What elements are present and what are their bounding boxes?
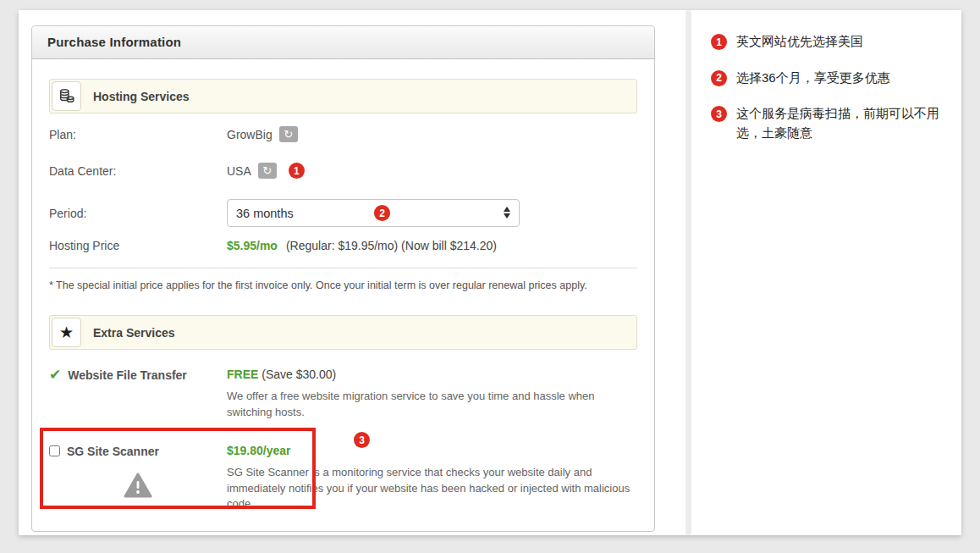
period-select[interactable]: 36 months 2 bbox=[227, 199, 520, 227]
note-marker-2: 2 bbox=[711, 70, 727, 86]
website-file-transfer-row: ✔ Website File Transfer FREE (Save $30.0… bbox=[49, 368, 637, 421]
extra-services-section-header: ★ Extra Services bbox=[49, 315, 637, 350]
section-title-hosting-services: Hosting Services bbox=[93, 90, 190, 103]
sg-site-scanner-row: SG Site Scanner $19.80/year SG Sit bbox=[49, 444, 637, 513]
annotation-marker-2: 2 bbox=[374, 205, 390, 221]
sg-site-scanner-price: $19.80/year bbox=[227, 444, 291, 457]
data-center-value: USA bbox=[227, 164, 251, 178]
note-text-2: 选择36个月，享受更多优惠 bbox=[736, 69, 890, 88]
star-icon: ★ bbox=[52, 318, 81, 347]
scrollbar-track bbox=[685, 10, 691, 535]
plan-value: GrowBig bbox=[227, 128, 273, 141]
content-page: Purchase Information bbox=[19, 10, 961, 535]
coins-icon bbox=[52, 81, 81, 111]
plan-label: Plan: bbox=[49, 128, 227, 141]
divider bbox=[49, 268, 637, 268]
refresh-icon: ↻ bbox=[262, 164, 272, 177]
note-text-3: 这个服务是病毒扫描，前期可以不用选，土豪随意 bbox=[736, 104, 943, 142]
plan-row: Plan: GrowBig ↻ bbox=[49, 126, 637, 142]
data-center-change-button[interactable]: ↻ bbox=[258, 163, 277, 179]
note-item-2: 2 选择36个月，享受更多优惠 bbox=[711, 69, 966, 88]
period-selected-value: 36 months bbox=[236, 207, 294, 220]
website-file-transfer-name: Website File Transfer bbox=[68, 368, 187, 383]
website-file-transfer-price: FREE bbox=[227, 368, 258, 381]
annotation-marker-3: 3 bbox=[354, 432, 370, 448]
plan-change-button[interactable]: ↻ bbox=[279, 126, 298, 142]
period-row: Period: 36 months 2 bbox=[49, 199, 637, 227]
select-arrows-icon bbox=[504, 207, 510, 218]
data-center-label: Data Center: bbox=[49, 164, 227, 178]
note-item-3: 3 这个服务是病毒扫描，前期可以不用选，土豪随意 bbox=[711, 104, 966, 142]
note-text-1: 英文网站优先选择美国 bbox=[736, 32, 863, 52]
refresh-icon: ↻ bbox=[284, 128, 293, 141]
hosting-price-row: Hosting Price $5.95/mo (Regular: $19.95/… bbox=[49, 239, 637, 252]
hosting-services-section-header: Hosting Services bbox=[49, 79, 637, 113]
note-item-1: 1 英文网站优先选择美国 bbox=[711, 32, 966, 52]
hosting-price-value: $5.95/mo bbox=[227, 239, 278, 252]
note-marker-1: 1 bbox=[711, 34, 727, 50]
price-disclaimer: * The special initial price applies for … bbox=[49, 279, 637, 291]
website-file-transfer-description: We offer a free website migration servic… bbox=[227, 389, 637, 421]
note-marker-3: 3 bbox=[711, 106, 727, 122]
sg-site-scanner-description: SG Site Scanner is a monitoring service … bbox=[227, 465, 637, 513]
sg-site-scanner-checkbox[interactable] bbox=[49, 445, 60, 456]
annotation-notes: 1 英文网站优先选择美国 2 选择36个月，享受更多优惠 3 这个服务是病毒扫描… bbox=[711, 32, 966, 159]
purchase-form: Hosting Services Plan: GrowBig ↻ Data Ce… bbox=[32, 59, 654, 512]
page-title: Purchase Information bbox=[32, 26, 654, 59]
hosting-price-label: Hosting Price bbox=[49, 239, 227, 252]
annotation-marker-1: 1 bbox=[289, 163, 305, 179]
period-label: Period: bbox=[49, 207, 227, 220]
purchase-information-panel: Purchase Information bbox=[31, 25, 655, 532]
data-center-row: Data Center: USA ↻ 1 bbox=[49, 163, 637, 179]
sg-site-scanner-name: SG Site Scanner bbox=[67, 444, 159, 459]
section-title-extra-services: Extra Services bbox=[93, 326, 175, 340]
warning-icon bbox=[124, 473, 152, 501]
checkmark-icon: ✔ bbox=[49, 368, 61, 382]
website-file-transfer-save-note: (Save $30.00) bbox=[262, 368, 336, 381]
hosting-price-detail: (Regular: $19.95/mo) (Now bill $214.20) bbox=[286, 239, 497, 252]
